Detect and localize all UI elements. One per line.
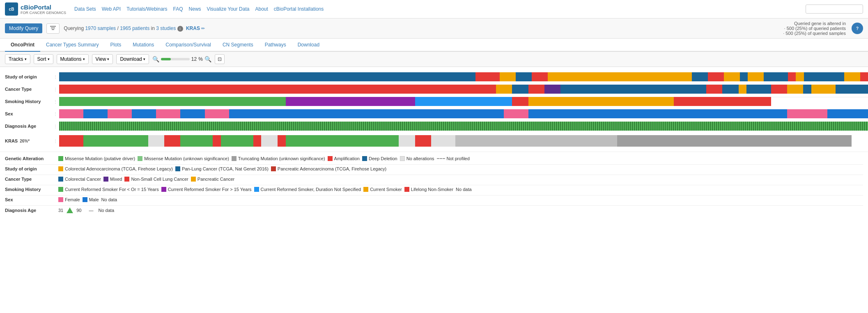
bar-seg8 [708, 72, 724, 81]
modify-query-button[interactable]: Modify Query [5, 23, 42, 33]
track-row-kras: KRAS 26%* ⋮ [0, 134, 868, 147]
cancer-bar-seg10 [746, 85, 771, 94]
smoking-seg5 [528, 97, 674, 106]
track-label-sex: Sex [0, 111, 53, 116]
bar-seg10 [740, 72, 748, 81]
zoom-in-icon[interactable]: 🔍 [204, 56, 211, 62]
smoking-seg1 [59, 97, 286, 106]
legend-swatch-colorectal-adeno [58, 166, 63, 171]
smoking-history-bar [59, 97, 868, 106]
kras-amp2 [164, 135, 180, 147]
legend-item-reformed-duration-ns: Current Reformed Smoker, Duration Not Sp… [254, 187, 361, 192]
bar-seg11 [748, 72, 764, 81]
studies-link[interactable]: 3 studies [156, 25, 176, 31]
legend-label-deep-deletion: Deep Deletion [369, 156, 397, 161]
kras-bar-area [59, 135, 868, 147]
samples-link[interactable]: 1970 samples [85, 25, 116, 31]
view-button[interactable]: View ▾ [92, 54, 113, 64]
nav-visualize[interactable]: Visualize Your Data [207, 6, 250, 12]
resize-icon[interactable]: ⊡ [215, 54, 225, 64]
legend-swatch-not-profiled [437, 158, 445, 159]
nav-webapi[interactable]: Web API [102, 6, 121, 12]
in-text: in [151, 25, 156, 31]
legend-label-current-smoker: Current Smoker [370, 187, 402, 192]
track-bar-sex [59, 109, 868, 118]
track-drag-sex[interactable]: ⋮ [53, 112, 59, 116]
track-drag-diagnosis-age[interactable]: ⋮ [53, 124, 59, 129]
track-drag-smoking[interactable]: ⋮ [53, 99, 59, 104]
track-drag-cancer-type[interactable]: ⋮ [53, 87, 59, 92]
legend-item-colorectal-adeno: Colorectal Adenocarcinoma (TCGA, Firehos… [58, 166, 173, 171]
tracks-button[interactable]: Tracks ▾ [5, 54, 30, 64]
cancer-bar-lung [59, 85, 496, 94]
legend-row-smoking: Smoking History Current Reformed Smoker … [5, 187, 863, 192]
tracks-label: Tracks [9, 56, 23, 62]
header-right [806, 5, 863, 14]
track-row-sex: Sex ⋮ [0, 108, 868, 120]
cancer-bar-seg15 [836, 85, 868, 94]
nav-faq[interactable]: FAQ [173, 6, 183, 12]
header-search-input[interactable] [806, 5, 863, 14]
zoom-out-icon[interactable]: 🔍 [152, 56, 159, 62]
nav-about[interactable]: About [255, 6, 268, 12]
nav-installations[interactable]: cBioPortal Installations [274, 6, 324, 12]
patients-link[interactable]: 1965 patients [120, 25, 149, 31]
nav-tutorials[interactable]: Tutorials/Webinars [126, 6, 167, 12]
legend-swatch-female [58, 197, 63, 202]
legend-swatch-amplification [328, 156, 333, 161]
tab-pathways[interactable]: Pathways [259, 39, 292, 52]
legend-title-sex: Sex [5, 197, 54, 202]
kras-pct: 26%* [20, 139, 30, 143]
diag-age-legend: 31 90 — No data [58, 207, 114, 213]
info-icon[interactable]: i [177, 26, 183, 32]
bar-seg12 [764, 72, 788, 81]
legend-label-pancreatic-adeno: Pancreatic Adenocarcinoma (TCGA, Firehos… [278, 166, 386, 171]
zoom-fill [161, 58, 171, 60]
nav-news[interactable]: News [189, 6, 201, 12]
kras-no3 [399, 135, 415, 147]
kras-amp4 [253, 135, 262, 147]
main-content: Study of origin ⋮ [0, 67, 868, 221]
legend-item-lifelong-non-smoker: Lifelong Non-Smoker [404, 187, 453, 192]
query-bar: Modify Query Querying 1970 samples / 196… [0, 18, 868, 39]
legend-label-mixed: Mixed [110, 177, 122, 182]
track-bar-cancer-type [59, 85, 868, 94]
track-bar-study-origin [59, 72, 868, 81]
legend-label-colorectal-adeno: Colorectal Adenocarcinoma (TCGA, Firehos… [65, 166, 173, 171]
tracks-area: Study of origin ⋮ [0, 67, 868, 148]
zoom-unit: % [198, 56, 203, 62]
tab-comparison-survival[interactable]: Comparison/Survival [160, 39, 217, 52]
nav-datasets[interactable]: Data Sets [74, 6, 96, 12]
track-drag-study-origin[interactable]: ⋮ [53, 75, 59, 79]
track-label-smoking: Smoking History [0, 99, 53, 104]
smoking-seg2 [286, 97, 415, 106]
legend-title-smoking: Smoking History [5, 187, 54, 192]
filter-button[interactable] [46, 23, 60, 34]
bar-seg15 [804, 72, 844, 81]
legend-label-panlung: Pan-Lung Cancer (TCGA, Nat Genet 2016) [182, 166, 269, 171]
download-button[interactable]: Download ▾ [116, 54, 149, 64]
legend-swatch-missense-unknown [138, 156, 142, 161]
kras-no13 [803, 135, 819, 147]
bar-seg14 [796, 72, 804, 81]
tab-cn-segments[interactable]: CN Segments [217, 39, 259, 52]
tab-plots[interactable]: Plots [105, 39, 127, 52]
pencil-icon[interactable]: ✏ [201, 26, 205, 31]
logo: cB cBioPortal FOR CANCER GENOMICS [5, 2, 66, 16]
legend-item-no-alterations: No alterations [400, 156, 434, 161]
legend-label-no-alterations: No alterations [406, 156, 434, 161]
tab-oncoprint[interactable]: OncoPrint [5, 39, 40, 52]
legend-title-cancer-type: Cancer Type [5, 177, 54, 182]
track-drag-kras[interactable]: ⋮ [53, 139, 59, 143]
track-row-study-origin: Study of origin ⋮ [0, 71, 868, 83]
sort-button[interactable]: Sort ▾ [34, 54, 53, 64]
tab-download[interactable]: Download [292, 39, 325, 52]
header-left: cB cBioPortal FOR CANCER GENOMICS Data S… [5, 2, 324, 16]
mutations-button[interactable]: Mutations ▾ [57, 54, 89, 64]
legend-item-reformed-lt15: Current Reformed Smoker For < Or = 15 Ye… [58, 187, 159, 192]
tab-cancer-types-summary[interactable]: Cancer Types Summary [40, 39, 105, 52]
zoom-track[interactable] [161, 58, 190, 60]
download-arrow: ▾ [143, 57, 145, 61]
tab-mutations[interactable]: Mutations [127, 39, 160, 52]
legend-item-current-smoker: Current Smoker [363, 187, 402, 192]
